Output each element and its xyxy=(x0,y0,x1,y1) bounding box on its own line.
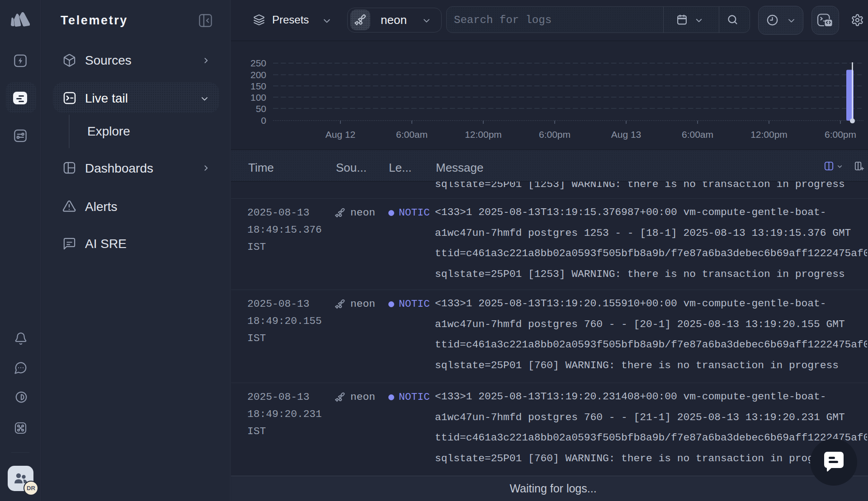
svg-text:6:00pm: 6:00pm xyxy=(539,129,571,140)
svg-text:250: 250 xyxy=(250,58,266,68)
svg-text:0: 0 xyxy=(261,115,266,126)
svg-text:200: 200 xyxy=(250,70,266,80)
svg-text:50: 50 xyxy=(256,103,266,114)
svg-text:Aug 12: Aug 12 xyxy=(326,129,356,140)
svg-text:6:00pm: 6:00pm xyxy=(825,129,856,140)
svg-text:150: 150 xyxy=(250,81,266,91)
svg-text:12:00pm: 12:00pm xyxy=(465,129,502,140)
svg-text:Aug 13: Aug 13 xyxy=(611,129,642,140)
svg-text:6:00am: 6:00am xyxy=(682,129,713,140)
svg-text:100: 100 xyxy=(250,92,266,103)
svg-text:12:00pm: 12:00pm xyxy=(750,129,788,140)
svg-text:6:00am: 6:00am xyxy=(396,129,428,140)
